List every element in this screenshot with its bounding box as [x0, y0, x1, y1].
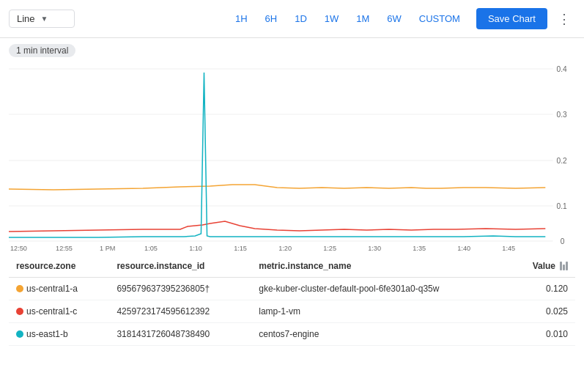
instance-id-cell: 695679637395236805† — [109, 278, 251, 300]
orange-line — [9, 185, 545, 190]
svg-text:1:15: 1:15 — [234, 245, 247, 252]
svg-text:0.4: 0.4 — [557, 65, 568, 73]
column-settings-icon[interactable] — [560, 262, 568, 270]
col-header-metric-name: metric.instance_name — [251, 255, 509, 278]
time-btn-1d[interactable]: 1D — [287, 10, 314, 27]
col-header-value: Value — [509, 255, 575, 277]
time-btn-1h[interactable]: 1H — [228, 10, 255, 27]
line-chart: 0.4 0.3 0.2 0.1 0 12:50 12:55 1 PM 1:05 … — [9, 62, 575, 252]
table-row: us-central1-a 695679637395236805† gke-ku… — [9, 278, 575, 300]
more-options-button[interactable]: ⋮ — [553, 8, 575, 30]
svg-text:0.3: 0.3 — [557, 111, 568, 119]
time-btn-1m[interactable]: 1M — [349, 10, 377, 27]
teal-line — [9, 73, 545, 237]
series-dot-red — [16, 308, 23, 315]
instance-id-cell: 4259723174595612392 — [109, 300, 251, 323]
svg-text:0.1: 0.1 — [557, 202, 568, 210]
svg-text:0.2: 0.2 — [557, 157, 568, 165]
metric-name-cell: lamp-1-vm — [251, 300, 509, 323]
svg-text:1:45: 1:45 — [502, 245, 515, 252]
chart-container: 1 min interval 0.4 0.3 0.2 0.1 0 12:50 1… — [0, 38, 584, 252]
svg-text:12:55: 12:55 — [56, 245, 73, 252]
chart-type-label: Line — [17, 13, 35, 24]
metric-name-cell: gke-kuber-cluster-default-pool-6fe301a0-… — [251, 278, 509, 300]
metrics-table: resource.zone resource.instance_id metri… — [9, 255, 575, 346]
col-header-instance-id: resource.instance_id — [109, 255, 251, 278]
zone-cell: us-central1-a — [9, 278, 109, 300]
metric-name-cell: centos7-engine — [251, 323, 509, 346]
instance-id-cell: 3181431726048738490 — [109, 323, 251, 346]
time-btn-6h[interactable]: 6H — [258, 10, 285, 27]
time-filter-group: 1H 6H 1D 1W 1M 6W CUSTOM Save Chart ⋮ — [228, 8, 575, 30]
value-cell: 0.010 — [509, 323, 575, 346]
chart-area: 0.4 0.3 0.2 0.1 0 12:50 12:55 1 PM 1:05 … — [9, 62, 575, 252]
interval-badge: 1 min interval — [9, 44, 75, 57]
table-row: us-central1-c 4259723174595612392 lamp-1… — [9, 300, 575, 323]
svg-text:1:30: 1:30 — [368, 245, 381, 252]
time-btn-6w[interactable]: 6W — [380, 10, 409, 27]
col-header-zone: resource.zone — [9, 255, 109, 278]
save-chart-button[interactable]: Save Chart — [476, 8, 547, 29]
value-cell: 0.025 — [509, 300, 575, 323]
time-btn-1w[interactable]: 1W — [317, 10, 347, 27]
zone-cell: us-central1-c — [9, 300, 109, 323]
chart-type-dropdown[interactable]: Line ▼ — [9, 10, 75, 28]
svg-text:1:20: 1:20 — [278, 245, 292, 252]
series-dot-orange — [16, 285, 23, 292]
svg-text:1:25: 1:25 — [323, 245, 336, 252]
table-row: us-east1-b 3181431726048738490 centos7-e… — [9, 323, 575, 346]
custom-range-button[interactable]: CUSTOM — [412, 10, 467, 27]
series-dot-teal — [16, 330, 23, 338]
zone-cell: us-east1-b — [9, 323, 109, 346]
data-table-container: resource.zone resource.instance_id metri… — [0, 255, 584, 346]
svg-text:1:10: 1:10 — [189, 245, 202, 252]
svg-text:1:40: 1:40 — [457, 245, 470, 252]
table-header-row: resource.zone resource.instance_id metri… — [9, 255, 575, 278]
svg-text:1:35: 1:35 — [413, 245, 426, 252]
chevron-down-icon: ▼ — [41, 15, 48, 23]
svg-text:1 PM: 1 PM — [100, 245, 115, 252]
red-line — [9, 221, 545, 232]
toolbar: Line ▼ 1H 6H 1D 1W 1M 6W CUSTOM Save Cha… — [0, 0, 584, 38]
value-cell: 0.120 — [509, 278, 575, 300]
svg-text:12:50: 12:50 — [10, 245, 27, 252]
svg-text:1:05: 1:05 — [144, 245, 158, 252]
svg-text:0: 0 — [561, 237, 565, 245]
